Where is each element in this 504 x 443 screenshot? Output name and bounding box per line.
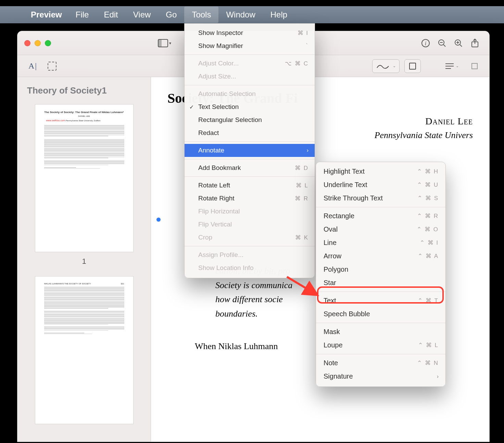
minimize-button[interactable] [35,40,41,46]
text-tool-icon[interactable] [25,60,40,72]
menu-go[interactable]: Go [158,7,184,23]
menu-window[interactable]: Window [218,7,263,23]
page-thumbnail-2[interactable]: NIKLAS LUHMANN'S THE SOCIETY OF SOCIETY … [35,276,134,424]
page-number-1: 1 [27,257,141,266]
annotate-item-line[interactable]: Line⌃ ⌘ I [316,236,445,249]
watermark-text: www.swifdoo.com [46,119,65,122]
menubar: Preview File Edit View Go Tools Window H… [0,6,504,23]
menu-edit[interactable]: Edit [96,7,125,23]
tools-item-text-selection[interactable]: ✓Text Selection [185,100,315,113]
selection-handle[interactable] [156,218,161,222]
thumbnail-sidebar: Theory of Society1 The Society of Societ… [17,77,151,442]
annotate-item-text[interactable]: Text⌃ ⌘ T [316,294,445,307]
signature-tool[interactable]: ⌄ [372,59,400,73]
sidebar-view-button[interactable]: ▾ [158,39,171,47]
tools-item-flip-vertical: Flip Vertical [185,218,315,231]
annotate-item-loupe[interactable]: Loupe⌃ ⌘ L [316,339,445,352]
tools-item-annotate[interactable]: Annotate› [185,144,315,157]
share-button[interactable] [467,36,482,51]
thumb-author: DANIEL LEE [44,115,124,117]
menu-view[interactable]: View [126,7,159,23]
tools-item-rotate-right[interactable]: Rotate Right⌘ R [185,192,315,205]
tools-item-adjust-color-: Adjust Color...⌥ ⌘ C [185,57,315,70]
menu-file[interactable]: File [68,7,97,23]
annotate-item-note[interactable]: Note⌃ ⌘ N [316,356,445,370]
tools-item-automatic-selection: Automatic Selection [185,87,315,100]
svg-rect-16 [472,63,477,69]
description-list-button[interactable]: ⌄ [441,59,463,73]
svg-line-8 [460,45,462,47]
zoom-out-button[interactable] [434,36,450,51]
annotate-item-rectangle[interactable]: Rectangle⌃ ⌘ R [316,209,445,223]
close-button[interactable] [24,40,30,46]
thumb-affil: Pennsylvania State University, DuBois [66,120,101,122]
tools-item-show-location-info: Show Location Info [185,261,315,274]
traffic-lights [24,40,51,46]
annotate-item-arrow[interactable]: Arrow⌃ ⌘ A [316,249,445,263]
page-thumbnail-1[interactable]: The Society of Society: The Grand Finale… [35,104,134,252]
tools-item-crop: Crop⌘ K [185,231,315,244]
annotate-item-strike-through-text[interactable]: Strike Through Text⌃ ⌘ S [316,192,445,205]
tools-menu-dropdown: Show Inspector⌘ IShow Magnifier`Adjust C… [184,23,315,278]
annotate-submenu: Highlight Text⌃ ⌘ HUnderline Text⌃ ⌘ USt… [316,162,446,387]
shape-style-tool[interactable] [404,59,421,73]
tools-item-show-magnifier[interactable]: Show Magnifier` [185,39,315,52]
svg-rect-1 [158,39,162,47]
tools-item-adjust-size-: Adjust Size... [185,70,315,83]
tools-item-assign-profile-: Assign Profile... [185,248,315,261]
annotate-item-signature[interactable]: Signature› [316,370,445,383]
tools-item-add-bookmark[interactable]: Add Bookmark⌘ D [185,161,315,174]
tools-item-rectangular-selection[interactable]: Rectangular Selection [185,113,315,126]
svg-line-5 [443,45,445,47]
fullscreen-button[interactable] [45,40,51,46]
annotate-item-star[interactable]: Star [316,276,445,290]
info-button[interactable]: i [418,36,433,51]
thumb2-pagenum: 321 [121,283,124,285]
svg-text:i: i [425,40,426,46]
tools-item-show-inspector[interactable]: Show Inspector⌘ I [185,26,315,39]
zoom-in-button[interactable] [451,36,466,51]
thumb2-header: NIKLAS LUHMANN'S THE SOCIETY OF SOCIETY [44,283,91,285]
document-title: Theory of Society1 [27,85,141,96]
app-name[interactable]: Preview [25,10,68,20]
menu-help[interactable]: Help [263,7,295,23]
selection-tool-icon[interactable] [45,59,59,73]
annotate-item-highlight-text[interactable]: Highlight Text⌃ ⌘ H [316,165,445,178]
annotate-item-oval[interactable]: Oval⌃ ⌘ O [316,223,445,236]
tools-item-flip-horizontal: Flip Horizontal [185,205,315,218]
crop-tool-icon[interactable] [467,59,482,73]
thumb-title: The Society of Society: The Grand Finale… [44,111,124,114]
menu-tools[interactable]: Tools [184,7,218,23]
annotate-item-mask[interactable]: Mask [316,325,445,339]
tools-item-redact[interactable]: Redact [185,126,315,139]
annotate-item-underline-text[interactable]: Underline Text⌃ ⌘ U [316,178,445,192]
annotate-item-polygon[interactable]: Polygon [316,263,445,276]
annotate-item-speech-bubble[interactable]: Speech Bubble [316,307,445,321]
tools-item-rotate-left[interactable]: Rotate Left⌘ L [185,179,315,192]
